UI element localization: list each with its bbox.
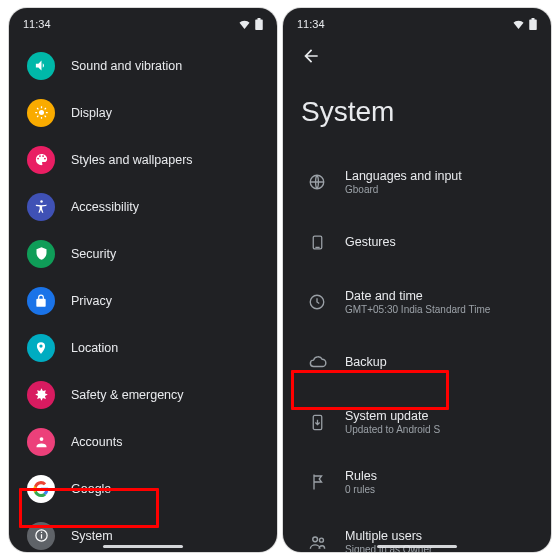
system-row-languages[interactable]: Languages and input Gboard: [283, 152, 551, 212]
svg-point-15: [312, 536, 317, 541]
settings-row-sound[interactable]: Sound and vibration: [9, 42, 277, 89]
emergency-icon: [27, 381, 55, 409]
battery-icon: [255, 18, 263, 30]
system-list: Languages and input Gboard Gestures Date…: [283, 152, 551, 552]
svg-rect-5: [40, 532, 41, 533]
sublabel: GMT+05:30 India Standard Time: [345, 304, 490, 315]
label: Rules: [345, 469, 377, 483]
svg-point-1: [40, 200, 43, 203]
svg-point-16: [319, 538, 323, 542]
label: Styles and wallpapers: [71, 153, 193, 167]
status-bar: 11:34: [283, 8, 551, 36]
system-row-system-update[interactable]: System update Updated to Android S: [283, 392, 551, 452]
label: Google: [71, 482, 111, 496]
label: Date and time: [345, 289, 490, 303]
system-row-gestures[interactable]: Gestures: [283, 212, 551, 272]
label: Accounts: [71, 435, 122, 449]
settings-row-accounts[interactable]: Accounts: [9, 418, 277, 465]
label: Safety & emergency: [71, 388, 184, 402]
settings-row-styles[interactable]: Styles and wallpapers: [9, 136, 277, 183]
svg-point-0: [39, 110, 44, 115]
accounts-icon: [27, 428, 55, 456]
settings-row-privacy[interactable]: Privacy: [9, 277, 277, 324]
settings-row-safety[interactable]: Safety & emergency: [9, 371, 277, 418]
status-icons: [238, 18, 263, 30]
rules-icon: [299, 473, 335, 491]
sublabel: 0 rules: [345, 484, 377, 495]
settings-row-google[interactable]: Google: [9, 465, 277, 512]
label: System: [71, 529, 113, 543]
system-row-rules[interactable]: Rules 0 rules: [283, 452, 551, 512]
status-icons: [512, 18, 537, 30]
back-button[interactable]: [293, 38, 329, 74]
label: Gestures: [345, 235, 396, 249]
label: Accessibility: [71, 200, 139, 214]
settings-row-display[interactable]: Display: [9, 89, 277, 136]
system-row-backup[interactable]: Backup: [283, 332, 551, 392]
label: Privacy: [71, 294, 112, 308]
label: Security: [71, 247, 116, 261]
svg-point-2: [39, 437, 43, 441]
settings-screen-left: 11:34 Sound and vibration Display Styles…: [9, 8, 277, 552]
palette-icon: [27, 146, 55, 174]
globe-icon: [299, 173, 335, 191]
label: System update: [345, 409, 440, 423]
nav-handle[interactable]: [103, 545, 183, 548]
label: Backup: [345, 355, 387, 369]
settings-row-security[interactable]: Security: [9, 230, 277, 277]
label: Location: [71, 341, 118, 355]
settings-row-location[interactable]: Location: [9, 324, 277, 371]
wifi-icon: [512, 19, 525, 29]
page-title: System: [283, 76, 551, 152]
label: Display: [71, 106, 112, 120]
label: Sound and vibration: [71, 59, 182, 73]
top-app-bar: [283, 36, 551, 76]
gestures-icon: [299, 234, 335, 251]
accessibility-icon: [27, 193, 55, 221]
svg-rect-4: [40, 534, 41, 538]
location-icon: [27, 334, 55, 362]
display-icon: [27, 99, 55, 127]
status-time: 11:34: [297, 18, 325, 30]
system-screen-right: 11:34 System Languages and input Gboard: [283, 8, 551, 552]
settings-row-accessibility[interactable]: Accessibility: [9, 183, 277, 230]
settings-list: Sound and vibration Display Styles and w…: [9, 36, 277, 552]
sublabel: Updated to Android S: [345, 424, 440, 435]
users-icon: [299, 533, 335, 552]
sound-icon: [27, 52, 55, 80]
status-bar: 11:34: [9, 8, 277, 36]
google-icon: [27, 475, 55, 503]
nav-handle[interactable]: [377, 545, 457, 548]
lock-icon: [27, 287, 55, 315]
back-arrow-icon: [301, 46, 321, 66]
cloud-icon: [299, 353, 335, 372]
info-icon: [27, 522, 55, 550]
label: Multiple users: [345, 529, 432, 543]
wifi-icon: [238, 19, 251, 29]
system-update-icon: [299, 414, 335, 431]
status-time: 11:34: [23, 18, 51, 30]
system-row-datetime[interactable]: Date and time GMT+05:30 India Standard T…: [283, 272, 551, 332]
shield-icon: [27, 240, 55, 268]
battery-icon: [529, 18, 537, 30]
clock-icon: [299, 293, 335, 311]
sublabel: Gboard: [345, 184, 462, 195]
label: Languages and input: [345, 169, 462, 183]
